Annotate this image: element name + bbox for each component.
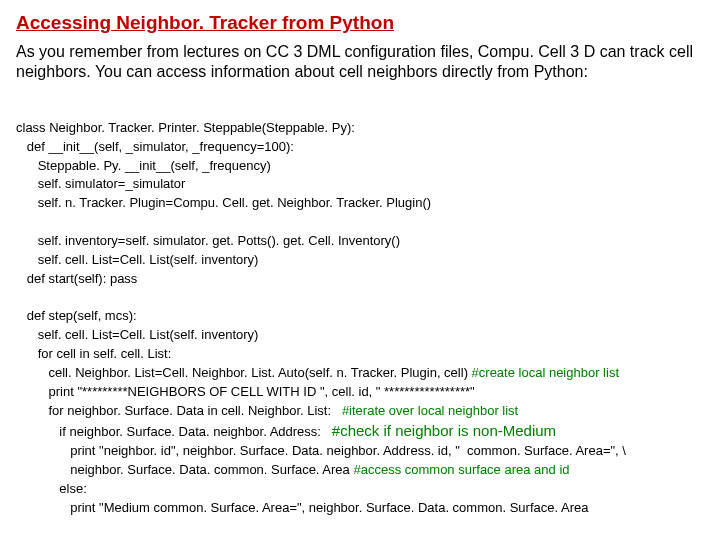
code-line: Steppable. Py. __init__(self, _frequency… <box>16 158 271 173</box>
code-line: self. n. Tracker. Plugin=Compu. Cell. ge… <box>16 195 431 210</box>
code-line: if neighbor. Surface. Data. neighbor. Ad… <box>16 424 332 439</box>
code-line: def __init__(self, _simulator, _frequenc… <box>16 139 294 154</box>
code-line: for neighbor. Surface. Data in cell. Nei… <box>16 403 342 418</box>
page-title: Accessing Neighbor. Tracker from Python <box>16 12 704 34</box>
code-line: else: <box>16 481 87 496</box>
code-comment: #check if neighbor is non-Medium <box>332 422 556 439</box>
code-line: cell. Neighbor. List=Cell. Neighbor. Lis… <box>16 365 472 380</box>
intro-paragraph: As you remember from lectures on CC 3 DM… <box>16 42 704 82</box>
code-line: print "neighbor. id", neighbor. Surface.… <box>16 443 626 458</box>
code-line: print "*********NEIGHBORS OF CELL WITH I… <box>16 384 475 399</box>
code-line: neighbor. Surface. Data. common. Surface… <box>16 462 353 477</box>
code-line: def step(self, mcs): <box>16 308 137 323</box>
code-line: class Neighbor. Tracker. Printer. Steppa… <box>16 120 355 135</box>
code-comment: #access common surface area and id <box>353 462 569 477</box>
code-comment: #iterate over local neighbor list <box>342 403 518 418</box>
code-line: for cell in self. cell. List: <box>16 346 171 361</box>
code-comment: #create local neighbor list <box>472 365 619 380</box>
code-line: self. cell. List=Cell. List(self. invent… <box>16 252 258 267</box>
code-line: print "Medium common. Surface. Area=", n… <box>16 500 588 515</box>
code-line: self. inventory=self. simulator. get. Po… <box>16 233 400 248</box>
code-block: class Neighbor. Tracker. Printer. Steppa… <box>16 100 704 518</box>
code-line: self. simulator=_simulator <box>16 176 185 191</box>
code-line: self. cell. List=Cell. List(self. invent… <box>16 327 258 342</box>
code-line: def start(self): pass <box>16 271 137 286</box>
